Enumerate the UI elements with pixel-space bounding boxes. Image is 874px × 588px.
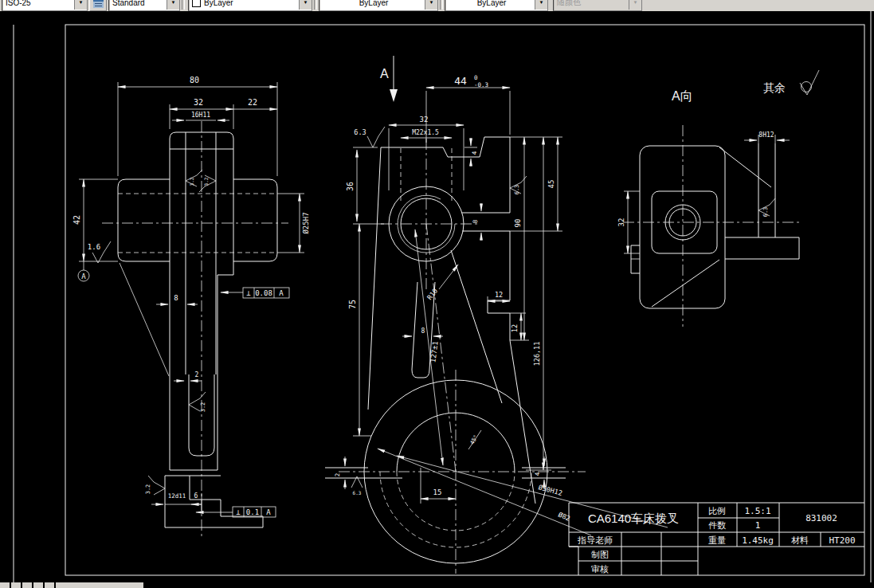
weight-value: 1.45kg bbox=[742, 535, 774, 546]
datum-label: A bbox=[81, 272, 86, 280]
qty-label: 件数 bbox=[708, 520, 726, 530]
text-style-icon bbox=[93, 0, 104, 8]
dim-label: 4 bbox=[471, 151, 478, 155]
fcf-value: 0.1 bbox=[246, 508, 259, 516]
model-space[interactable]: 80 32 22 16H11 42 A 1.6 bbox=[0, 11, 874, 588]
dim-style-combo[interactable]: ISO-25 ▼ bbox=[2, 0, 88, 11]
chevron-down-icon[interactable]: ▼ bbox=[299, 0, 312, 10]
lineweight-combo[interactable]: ByLayer ▼ bbox=[445, 0, 548, 11]
dim-label: 44 bbox=[454, 75, 467, 87]
scroll-button[interactable] bbox=[33, 582, 43, 588]
roughness-label: 6.3 bbox=[354, 128, 366, 136]
dim-label: 8 bbox=[174, 294, 178, 302]
scroll-thumb[interactable] bbox=[56, 582, 143, 588]
linetype-value: ByLayer bbox=[319, 0, 425, 7]
dim-label: 4 bbox=[534, 472, 541, 476]
dim-label: 80 bbox=[190, 76, 199, 84]
roughness-label: 3.2 bbox=[145, 484, 151, 495]
dim-label: 8 bbox=[472, 219, 479, 223]
fcf-symbol: ⊥ bbox=[246, 289, 251, 297]
dim-tolerance-lower: -0.3 bbox=[474, 81, 488, 88]
dim-label: R10 bbox=[425, 287, 439, 301]
dim-label: 126,11 bbox=[533, 342, 541, 367]
dim-label: 12d11 bbox=[168, 492, 186, 500]
dim-label: 32 bbox=[617, 218, 625, 227]
scroll-button[interactable] bbox=[11, 582, 21, 588]
dim-label: 16H11 bbox=[191, 112, 210, 119]
roughness-check-icon bbox=[800, 70, 819, 95]
autocad-window: ISO-25 ▼ Standard ▼ ByLayer ▼ ByLayer ▼ bbox=[0, 0, 874, 588]
toolbar-separator bbox=[314, 0, 317, 10]
toolbar-separator bbox=[440, 0, 443, 10]
scroll-button[interactable] bbox=[22, 582, 32, 588]
advisor-label: 指导老师 bbox=[577, 535, 613, 545]
dim-label: 8H12 bbox=[758, 131, 774, 139]
roughness-label: 6.3 bbox=[514, 185, 520, 195]
plot-style-value: 随颜色 bbox=[554, 0, 629, 8]
chevron-down-icon[interactable]: ▼ bbox=[167, 0, 179, 10]
color-combo[interactable]: ByLayer ▼ bbox=[188, 0, 312, 11]
dim-label: 2 bbox=[334, 473, 341, 477]
text-style-combo[interactable]: Standard ▼ bbox=[108, 0, 180, 11]
dim-label: 8 bbox=[421, 327, 425, 335]
material-label: 材料 bbox=[791, 535, 809, 545]
qty-value: 1 bbox=[755, 520, 761, 531]
dim-label: 32 bbox=[194, 98, 203, 107]
scroll-button[interactable] bbox=[0, 582, 10, 588]
scrollbar-strip[interactable] bbox=[0, 582, 874, 588]
roughness-label: 6.3 bbox=[353, 490, 362, 496]
dim-label: 6 bbox=[194, 492, 198, 500]
dim-label: 75 bbox=[348, 300, 357, 309]
roughness-label: 3.2 bbox=[203, 177, 209, 186]
fcf-datum: A bbox=[279, 289, 284, 297]
dim-label: 15 bbox=[433, 488, 442, 496]
part-name: CA6140车床拨叉 bbox=[588, 512, 679, 525]
scroll-button[interactable] bbox=[45, 582, 54, 588]
dim-label: 12 bbox=[495, 291, 503, 299]
toolbar-separator bbox=[182, 0, 185, 10]
rest-roughness-label: 其余 bbox=[763, 81, 786, 94]
color-swatch-icon bbox=[192, 0, 201, 7]
chevron-down-icon[interactable]: ▼ bbox=[74, 0, 87, 10]
a-direction-view[interactable]: A向 其余 bbox=[617, 70, 819, 327]
fcf-symbol: ⊥ bbox=[236, 508, 241, 516]
material-value: HT200 bbox=[829, 535, 855, 546]
scale-value: 1.5:1 bbox=[744, 506, 770, 516]
linetype-combo[interactable]: ByLayer ▼ bbox=[319, 0, 438, 11]
roughness-label: 1.6 bbox=[88, 243, 100, 251]
plot-style-combo: 随颜色 ▼ bbox=[553, 0, 642, 11]
dim-label: Ø25H7 bbox=[302, 212, 310, 233]
view-label: A向 bbox=[672, 89, 693, 103]
dim-label: 127±1 bbox=[429, 341, 439, 363]
fcf-value: 0.08 bbox=[255, 289, 272, 297]
dim-label: M22x1.5 bbox=[412, 129, 439, 136]
title-block: CA6140车床拨叉 比例 1.5:1 件数 1 831002 指导老师 重量 … bbox=[569, 503, 864, 575]
text-style-value: Standard bbox=[109, 0, 167, 7]
roughness-label: 3.2 bbox=[189, 177, 194, 186]
section-label: A bbox=[380, 67, 389, 80]
dim-label: 2 bbox=[195, 371, 199, 378]
dim-label: 32 bbox=[420, 116, 429, 123]
text-style-button[interactable] bbox=[89, 0, 107, 11]
dim-label: 12 bbox=[511, 324, 519, 332]
color-value: ByLayer bbox=[201, 0, 299, 7]
left-view[interactable]: 80 32 22 16H11 42 A 1.6 bbox=[73, 76, 310, 537]
dim-label: 36 bbox=[346, 182, 355, 191]
drafter-label: 制图 bbox=[591, 550, 609, 559]
dim-label: 42 bbox=[73, 215, 81, 225]
weight-label: 重量 bbox=[708, 535, 726, 545]
drawing-frame bbox=[14, 11, 871, 588]
dim-label: 90 bbox=[514, 219, 522, 228]
roughness-label: 3.2 bbox=[200, 402, 206, 413]
lineweight-value: ByLayer bbox=[445, 0, 535, 7]
roughness-label: 6.3 bbox=[762, 207, 769, 218]
dim-style-value: ISO-25 bbox=[2, 0, 74, 7]
dim-label: 45 bbox=[547, 180, 555, 189]
chevron-down-icon[interactable]: ▼ bbox=[425, 0, 437, 10]
chevron-down-icon[interactable]: ▼ bbox=[535, 0, 547, 10]
dim-tolerance-upper: 0 bbox=[474, 74, 478, 81]
chevron-down-icon: ▼ bbox=[629, 0, 641, 10]
checker-label: 审核 bbox=[591, 564, 609, 574]
front-view[interactable]: A bbox=[325, 56, 668, 574]
dim-label: Ø50H12 bbox=[538, 483, 563, 497]
